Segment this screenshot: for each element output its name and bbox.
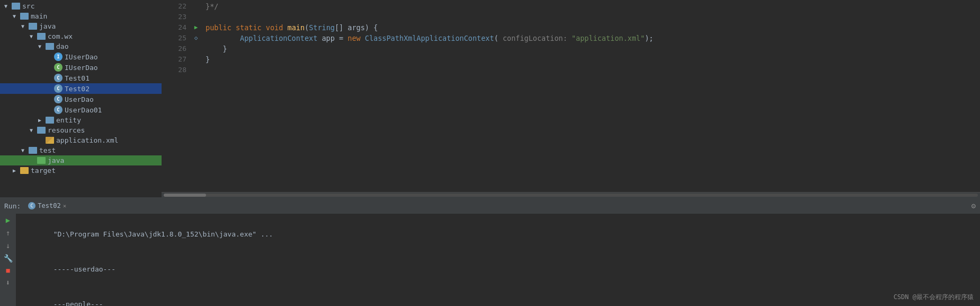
- output-line-2: -----userdao---: [20, 252, 976, 287]
- sidebar-item-comwx[interactable]: com.wx: [0, 31, 162, 41]
- file-test02-icon: C: [54, 84, 63, 93]
- sidebar-item-people[interactable]: C IUserDao: [0, 62, 162, 73]
- tab-close-button[interactable]: ×: [63, 203, 67, 209]
- sidebar-item-test01-label: Test01: [65, 74, 90, 82]
- arrow-main: [13, 13, 19, 19]
- run-scroll-button[interactable]: ⬇: [6, 278, 10, 287]
- folder-main-icon: [20, 13, 29, 20]
- run-play-button[interactable]: ▶: [6, 216, 10, 224]
- sidebar-item-target-label: target: [31, 167, 56, 174]
- code-line-24: public static void main(String[] args) {: [206, 22, 980, 33]
- sidebar-item-iuserdao[interactable]: I IUserDao: [0, 51, 162, 62]
- sidebar-item-main[interactable]: main: [0, 11, 162, 21]
- scrollbar-thumb[interactable]: [164, 194, 206, 197]
- sidebar-item-resources-label: resources: [48, 126, 85, 134]
- sidebar-item-people-label: IUserDao: [65, 64, 98, 72]
- code-line-27: }: [206, 54, 980, 65]
- sidebar-item-main-label: main: [31, 12, 47, 20]
- sidebar-item-entity-label: entity: [56, 116, 81, 124]
- file-xml-icon: [46, 137, 54, 144]
- run-panel: ▶ ↑ ↓ 🔧 ■ ⬇ "D:\Program Files\Java\jdk1.…: [0, 214, 980, 306]
- sidebar-item-java2-label: java: [48, 156, 64, 164]
- editor-area: 22 23 24 25 26 27 28 ▶ ◇ }*/: [162, 0, 980, 197]
- sidebar-item-appxml-label: application.xml: [56, 136, 118, 144]
- sidebar-item-src-label: src: [22, 2, 34, 10]
- run-left-buttons: ▶ ↑ ↓ 🔧 ■ ⬇: [0, 214, 16, 306]
- main-area: src main java com.wx dao I IUserDao: [0, 0, 980, 197]
- arrow-entity: [38, 117, 44, 123]
- run-output: "D:\Program Files\Java\jdk1.8.0_152\bin\…: [16, 214, 980, 306]
- bottom-right-icons: ⚙: [972, 202, 976, 210]
- run-down-button[interactable]: ↓: [6, 241, 10, 250]
- folder-dao-icon: [46, 43, 54, 50]
- sidebar-item-dao[interactable]: dao: [0, 41, 162, 51]
- line-bookmark-25: ◇: [191, 33, 201, 43]
- run-gutter-indicator: ▶: [191, 22, 201, 33]
- code-line-22: }*/: [206, 1, 980, 12]
- sidebar-item-target[interactable]: target: [0, 165, 162, 176]
- run-up-button[interactable]: ↑: [6, 229, 10, 237]
- sidebar-item-test02[interactable]: C Test02: [0, 83, 162, 94]
- arrow-test: [21, 147, 28, 153]
- run-tab-test02[interactable]: C Test02 ×: [25, 201, 69, 211]
- line-numbers: 22 23 24 25 26 27 28: [162, 0, 191, 192]
- sidebar-item-entity[interactable]: entity: [0, 115, 162, 125]
- arrow-target: [13, 168, 19, 173]
- sidebar-item-iuserdao-label: IUserDao: [65, 53, 98, 61]
- folder-target-icon: [20, 167, 29, 174]
- userdao-text: -----userdao---: [54, 265, 115, 273]
- folder-test-icon: [29, 147, 37, 154]
- sidebar-item-userdao01[interactable]: C UserDao01: [0, 104, 162, 115]
- run-wrench-button[interactable]: 🔧: [4, 254, 13, 263]
- sidebar-item-test01[interactable]: C Test01: [0, 73, 162, 83]
- folder-resources-icon: [37, 127, 46, 134]
- sidebar-item-appxml[interactable]: application.xml: [0, 135, 162, 145]
- java-exe-path: "D:\Program Files\Java\jdk1.8.0_152\bin\…: [54, 230, 273, 238]
- sidebar-item-java[interactable]: java: [0, 21, 162, 31]
- sidebar-item-userdao01-label: UserDao01: [65, 106, 102, 114]
- run-tab-label: Test02: [38, 202, 60, 209]
- sidebar-item-java2[interactable]: java: [0, 155, 162, 165]
- folder-src-icon: [12, 3, 20, 10]
- sidebar-item-comwx-label: com.wx: [48, 32, 73, 40]
- arrow-src: [4, 3, 11, 9]
- arrow-dao: [38, 43, 44, 49]
- sidebar-item-test02-label: Test02: [65, 85, 90, 93]
- folder-java-icon: [29, 23, 37, 30]
- sidebar-item-userdao[interactable]: C UserDao: [0, 94, 162, 104]
- settings-gear-icon[interactable]: ⚙: [972, 202, 976, 210]
- file-test01-icon: C: [54, 74, 63, 82]
- line-gutters: ▶ ◇: [191, 0, 201, 192]
- sidebar-item-userdao-label: UserDao: [65, 95, 94, 103]
- run-label: Run:: [4, 202, 21, 210]
- arrow-java: [21, 23, 28, 29]
- code-line-25: ApplicationContext app = new ClassPathXm…: [206, 33, 980, 43]
- bottom-panel: Run: C Test02 × ⚙ ▶ ↑ ↓ 🔧 ■ ⬇ "D:\Progra…: [0, 197, 980, 306]
- sidebar: src main java com.wx dao I IUserDao: [0, 0, 162, 197]
- code-content[interactable]: }*/ public static void main(String[] arg…: [201, 0, 980, 192]
- code-line-23: [206, 12, 980, 22]
- file-iuserdao-icon: I: [54, 53, 63, 61]
- sidebar-item-src[interactable]: src: [0, 1, 162, 11]
- folder-comwx-icon: [37, 33, 46, 40]
- output-line-1: "D:\Program Files\Java\jdk1.8.0_152\bin\…: [20, 217, 976, 252]
- folder-entity-icon: [46, 117, 54, 124]
- sidebar-item-test[interactable]: test: [0, 145, 162, 155]
- horizontal-scrollbar[interactable]: [162, 192, 980, 197]
- arrow-comwx: [30, 33, 36, 39]
- file-userdao01-icon: C: [54, 106, 63, 114]
- csdn-watermark: CSDN @最不会程序的程序猿: [894, 293, 974, 302]
- file-people-icon: C: [54, 63, 63, 72]
- sidebar-item-resources[interactable]: resources: [0, 125, 162, 135]
- tab-class-icon: C: [28, 202, 35, 209]
- run-toolbar: Run: C Test02 × ⚙: [0, 198, 980, 214]
- folder-java2-icon: [37, 157, 46, 164]
- scrollbar-track[interactable]: [164, 194, 978, 197]
- code-line-28: [206, 65, 980, 75]
- run-stop-button[interactable]: ■: [6, 267, 10, 274]
- output-line-3: ---people--- 全部加载: [20, 287, 976, 306]
- arrow-resources: [30, 127, 36, 133]
- code-view: 22 23 24 25 26 27 28 ▶ ◇ }*/: [162, 0, 980, 192]
- sidebar-item-test-label: test: [39, 146, 56, 154]
- code-line-26: }: [206, 43, 980, 54]
